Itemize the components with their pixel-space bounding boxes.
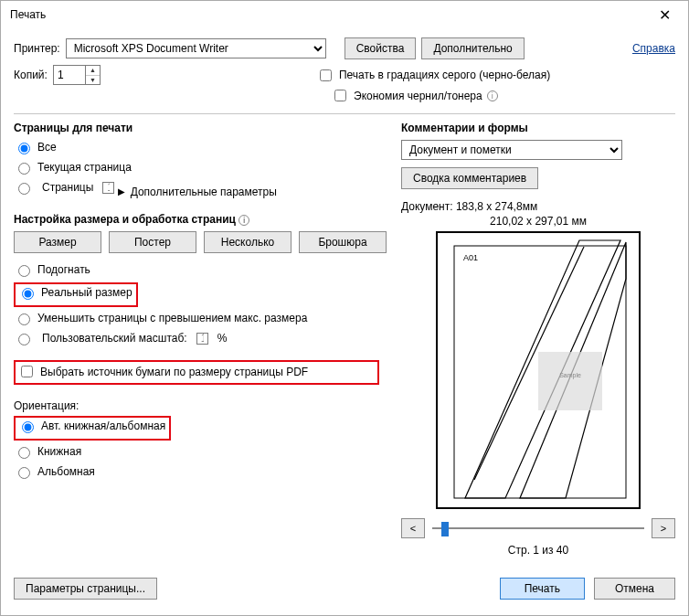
print-dialog: Печать ✕ Принтер: Microsoft XPS Document… bbox=[0, 0, 689, 616]
preview-page-tag: A01 bbox=[463, 253, 478, 262]
svg-text:Sample: Sample bbox=[559, 372, 581, 379]
sizing-segments: Размер Постер Несколько Брошюра bbox=[14, 231, 387, 253]
slider-thumb[interactable] bbox=[441, 522, 449, 536]
custom-radio[interactable]: Пользовательский масштаб: % bbox=[14, 331, 227, 345]
comments-group-title: Комментарии и формы bbox=[401, 122, 675, 134]
orient-portrait-label: Книжная bbox=[37, 445, 81, 458]
page-of-label: Стр. 1 из 40 bbox=[401, 544, 675, 557]
slider-track bbox=[432, 527, 644, 529]
titlebar: Печать ✕ bbox=[1, 1, 688, 28]
printer-label: Принтер: bbox=[14, 42, 60, 55]
left-column: Страницы для печати Все Текущая страница… bbox=[14, 122, 387, 557]
actual-label: Реальный размер bbox=[41, 286, 132, 299]
orient-auto-radio[interactable]: Авт. книжная/альбомная bbox=[17, 419, 165, 433]
pages-current-input[interactable] bbox=[18, 163, 30, 175]
actual-input[interactable] bbox=[22, 288, 34, 300]
pages-range-field[interactable] bbox=[102, 182, 114, 194]
fit-label: Подогнать bbox=[37, 263, 90, 276]
ink-label: Экономия чернил/тонера bbox=[354, 90, 482, 102]
dialog-body: Принтер: Microsoft XPS Document Writer С… bbox=[1, 28, 688, 571]
main-columns: Страницы для печати Все Текущая страница… bbox=[14, 122, 675, 557]
preview-svg: A01 Sample bbox=[438, 233, 641, 509]
pages-range-radio[interactable]: Страницы bbox=[14, 180, 114, 195]
preview-nav: < > bbox=[401, 518, 675, 538]
highlight-orientation-auto: Авт. книжная/альбомная bbox=[14, 416, 171, 441]
highlight-paper-source: Выбрать источник бумаги по размеру стран… bbox=[14, 360, 379, 385]
sizing-group-title: Настройка размера и обработка страниц i bbox=[14, 213, 387, 226]
pages-all-label: Все bbox=[37, 141, 57, 154]
orient-landscape-label: Альбомная bbox=[37, 465, 95, 478]
close-icon[interactable]: ✕ bbox=[646, 6, 683, 24]
actual-radio[interactable]: Реальный размер bbox=[17, 285, 132, 300]
doc-size-label: Документ: 183,8 x 274,8мм bbox=[401, 200, 675, 213]
ink-checkbox[interactable]: Экономия чернил/тонера i bbox=[331, 87, 498, 104]
seg-poster-button[interactable]: Постер bbox=[109, 231, 196, 253]
custom-input[interactable] bbox=[18, 334, 30, 345]
grayscale-checkbox[interactable]: Печать в градациях серого (черно-белая) bbox=[316, 67, 550, 84]
sizing-title-text: Настройка размера и обработка страниц bbox=[14, 213, 236, 226]
fit-input[interactable] bbox=[18, 265, 30, 277]
copies-spinner[interactable]: ▲ ▼ bbox=[53, 65, 101, 85]
window-title: Печать bbox=[6, 8, 646, 21]
seg-booklet-button[interactable]: Брошюра bbox=[299, 231, 387, 253]
next-page-button[interactable]: > bbox=[652, 518, 675, 538]
copies-row: Копий: ▲ ▼ Печать в градациях серого (че… bbox=[14, 65, 675, 85]
orient-auto-input[interactable] bbox=[22, 421, 34, 433]
dialog-footer: Параметры страницы... Печать Отмена bbox=[1, 571, 688, 615]
orient-landscape-input[interactable] bbox=[18, 467, 30, 479]
printer-row: Принтер: Microsoft XPS Document Writer С… bbox=[14, 37, 675, 59]
more-options-label: Дополнительные параметры bbox=[131, 186, 277, 198]
shrink-input[interactable] bbox=[18, 313, 30, 325]
shrink-radio[interactable]: Уменьшить страницы с превышением макс. р… bbox=[14, 311, 307, 325]
pages-current-radio[interactable]: Текущая страница bbox=[14, 160, 132, 175]
cancel-button[interactable]: Отмена bbox=[594, 578, 675, 600]
custom-label: Пользовательский масштаб: bbox=[42, 332, 187, 345]
comments-select[interactable]: Документ и пометки bbox=[401, 140, 622, 160]
pages-range-input[interactable] bbox=[18, 183, 30, 195]
seg-multi-button[interactable]: Несколько bbox=[204, 231, 292, 253]
paper-size-label: 210,02 x 297,01 мм bbox=[401, 215, 675, 228]
custom-scale-field[interactable] bbox=[196, 333, 208, 345]
divider bbox=[14, 113, 675, 114]
seg-size-button[interactable]: Размер bbox=[14, 231, 101, 253]
help-link[interactable]: Справка bbox=[632, 42, 675, 55]
orientation-label: Ориентация: bbox=[14, 399, 387, 412]
print-button[interactable]: Печать bbox=[500, 578, 585, 600]
info-icon[interactable]: i bbox=[487, 90, 498, 101]
copies-label: Копий: bbox=[14, 69, 48, 81]
ink-input[interactable] bbox=[334, 90, 346, 101]
orient-portrait-radio[interactable]: Книжная bbox=[14, 444, 81, 459]
spinner-down-icon[interactable]: ▼ bbox=[86, 75, 100, 85]
svg-rect-4 bbox=[538, 352, 602, 410]
more-options-toggle[interactable]: ▶ Дополнительные параметры bbox=[118, 186, 277, 198]
paper-source-checkbox[interactable]: Выбрать источник бумаги по размеру стран… bbox=[17, 363, 308, 380]
orient-portrait-input[interactable] bbox=[18, 447, 30, 459]
summary-button[interactable]: Сводка комментариев bbox=[401, 167, 538, 189]
highlight-actual: Реальный размер bbox=[14, 282, 138, 307]
chevron-right-icon: ▶ bbox=[118, 186, 125, 196]
fit-radio[interactable]: Подогнать bbox=[14, 262, 90, 277]
pages-group-title: Страницы для печати bbox=[14, 122, 387, 134]
page-setup-button[interactable]: Параметры страницы... bbox=[14, 578, 157, 600]
page-slider[interactable] bbox=[432, 519, 644, 537]
grayscale-input[interactable] bbox=[320, 69, 332, 81]
paper-source-input[interactable] bbox=[21, 366, 33, 377]
orient-auto-label: Авт. книжная/альбомная bbox=[41, 420, 165, 432]
pages-range-label: Страницы bbox=[42, 181, 93, 194]
pages-all-input[interactable] bbox=[18, 143, 30, 154]
shrink-label: Уменьшить страницы с превышением макс. р… bbox=[37, 312, 307, 324]
properties-button[interactable]: Свойства bbox=[344, 37, 417, 59]
advanced-button[interactable]: Дополнительно bbox=[421, 37, 524, 59]
page-preview: A01 Sample bbox=[436, 231, 641, 509]
spinner-buttons[interactable]: ▲ ▼ bbox=[85, 66, 100, 84]
info-icon[interactable]: i bbox=[238, 215, 249, 226]
copies-input[interactable] bbox=[54, 66, 85, 84]
printer-select[interactable]: Microsoft XPS Document Writer bbox=[66, 38, 326, 58]
pct-label: % bbox=[217, 332, 228, 345]
ink-row: Экономия чернил/тонера i bbox=[14, 87, 675, 104]
prev-page-button[interactable]: < bbox=[401, 518, 425, 538]
spinner-up-icon[interactable]: ▲ bbox=[86, 66, 100, 75]
orient-landscape-radio[interactable]: Альбомная bbox=[14, 464, 95, 479]
grayscale-label: Печать в градациях серого (черно-белая) bbox=[339, 69, 550, 81]
pages-all-radio[interactable]: Все bbox=[14, 140, 57, 154]
